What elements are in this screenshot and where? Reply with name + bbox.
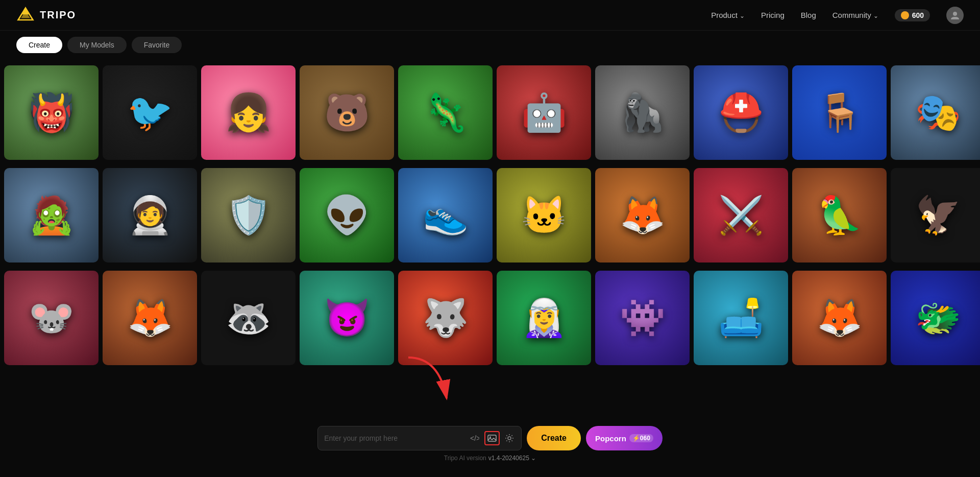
product-chevron-icon xyxy=(740,11,745,19)
version-value[interactable]: v1.4-20240625 ⌄ xyxy=(488,455,536,462)
svg-point-3 xyxy=(953,12,957,16)
svg-point-7 xyxy=(489,437,491,438)
list-item[interactable]: 🤖 xyxy=(497,65,591,160)
bottom-bar: </> Create xyxy=(0,416,980,477)
list-item[interactable]: 🧟 xyxy=(4,168,99,263)
svg-point-8 xyxy=(508,437,511,440)
code-icon-button[interactable]: </> xyxy=(469,433,480,444)
list-item[interactable]: 🦜 xyxy=(792,168,887,263)
list-item[interactable]: 🐭 xyxy=(4,271,99,365)
coins-badge[interactable]: 600 xyxy=(895,9,930,21)
list-item[interactable]: 🎭 xyxy=(891,65,980,160)
list-item[interactable]: 🛋️ xyxy=(694,271,788,365)
nav-community[interactable]: Community xyxy=(832,11,878,19)
list-item[interactable]: 🪑 xyxy=(792,65,887,160)
list-item[interactable]: 👧 xyxy=(201,65,296,160)
avatar-icon xyxy=(950,10,960,20)
list-item[interactable]: ⚔️ xyxy=(694,168,788,263)
list-item[interactable]: 🦅 xyxy=(891,168,980,263)
list-item[interactable]: ⛑️ xyxy=(694,65,788,160)
list-item[interactable]: 👹 xyxy=(4,65,99,160)
settings-icon-button[interactable] xyxy=(504,433,515,444)
svg-text:</>: </> xyxy=(470,434,479,442)
model-row-1: 👹 🐦 👧 🐻 🦎 🤖 🦍 ⛑️ 🪑 🎭 xyxy=(0,61,980,164)
nav-blog[interactable]: Blog xyxy=(801,11,816,19)
community-chevron-icon xyxy=(873,11,878,19)
image-upload-button[interactable] xyxy=(484,431,500,445)
list-item[interactable]: 🐱 xyxy=(497,168,591,263)
list-item[interactable]: 🐻 xyxy=(300,65,394,160)
list-item[interactable]: 👟 xyxy=(398,168,493,263)
svg-rect-6 xyxy=(488,435,496,441)
list-item[interactable]: 🧑‍🚀 xyxy=(103,168,197,263)
gear-icon xyxy=(505,434,514,443)
logo-text: TRIPO xyxy=(40,9,76,21)
list-item[interactable]: 😈 xyxy=(300,271,394,365)
logo[interactable]: TRIPO xyxy=(16,6,76,25)
user-avatar[interactable] xyxy=(946,7,964,24)
list-item[interactable]: 👾 xyxy=(595,271,690,365)
tab-favorite[interactable]: Favorite xyxy=(132,37,182,53)
nav-product[interactable]: Product xyxy=(711,11,745,19)
list-item[interactable]: 🐲 xyxy=(891,271,980,365)
main-content: 👹 🐦 👧 🐻 🦎 🤖 🦍 ⛑️ 🪑 🎭 🧟 🧑‍🚀 🛡️ 👽 👟 🐱 🦊 ⚔️… xyxy=(0,0,980,451)
prompt-input-wrapper: </> xyxy=(317,426,522,450)
list-item[interactable]: 🦍 xyxy=(595,65,690,160)
code-brackets-icon: </> xyxy=(470,434,479,443)
list-item[interactable]: 🦊 xyxy=(792,271,887,365)
nav-pricing[interactable]: Pricing xyxy=(761,11,785,19)
list-item[interactable]: 🐺 xyxy=(398,271,493,365)
image-icon xyxy=(487,433,497,443)
navbar: TRIPO Product Pricing Blog Community 600 xyxy=(0,0,980,31)
prompt-row: </> Create xyxy=(317,426,663,450)
prompt-input[interactable] xyxy=(324,434,469,442)
tripo-logo-icon xyxy=(16,6,35,25)
list-item[interactable]: 🦊 xyxy=(103,271,197,365)
version-row: Tripo AI version v1.4-20240625 ⌄ xyxy=(444,455,536,462)
list-item[interactable]: 🦎 xyxy=(398,65,493,160)
list-item[interactable]: 🦝 xyxy=(201,271,296,365)
list-item[interactable]: 👽 xyxy=(300,168,394,263)
tab-bar: Create My Models Favorite xyxy=(0,31,980,59)
model-row-3: 🐭 🦊 🦝 😈 🐺 🧝‍♀️ 👾 🛋️ 🦊 🐲 xyxy=(0,267,980,369)
list-item[interactable]: 🛡️ xyxy=(201,168,296,263)
nav-links: Product Pricing Blog Community 600 xyxy=(711,7,964,24)
coin-icon xyxy=(901,11,909,19)
prompt-icon-group: </> xyxy=(469,431,515,445)
model-row-2: 🧟 🧑‍🚀 🛡️ 👽 👟 🐱 🦊 ⚔️ 🦜 🦅 xyxy=(0,164,980,267)
version-chevron-icon: ⌄ xyxy=(531,455,536,462)
version-label: Tripo AI version xyxy=(444,455,486,462)
popcorn-button[interactable]: Popcorn ⚡060 xyxy=(586,426,663,450)
list-item[interactable]: 🐦 xyxy=(103,65,197,160)
popcorn-credit-badge: ⚡060 xyxy=(629,434,653,442)
create-button[interactable]: Create xyxy=(527,426,581,450)
list-item[interactable]: 🧝‍♀️ xyxy=(497,271,591,365)
list-item[interactable]: 🦊 xyxy=(595,168,690,263)
tab-create[interactable]: Create xyxy=(16,37,62,53)
tab-my-models[interactable]: My Models xyxy=(67,37,127,53)
